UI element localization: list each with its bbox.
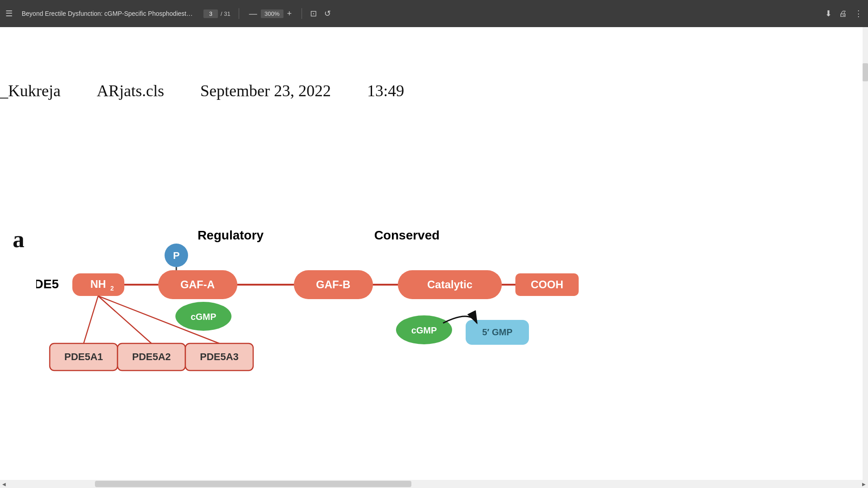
gaf-b-label: GAF-B: [316, 278, 350, 291]
line-to-pde5a2: [98, 296, 151, 343]
cgmp-cat-label: cGMP: [411, 325, 437, 335]
header-time: 13:49: [367, 81, 404, 100]
cgmp-gaf-label: cGMP: [191, 312, 217, 322]
regulatory-label: Regulatory: [198, 228, 264, 242]
divider: [239, 8, 239, 19]
scroll-left-button[interactable]: ◀: [0, 480, 8, 488]
vertical-scrollbar[interactable]: [863, 27, 868, 488]
figure-label: a: [13, 226, 24, 253]
print-icon[interactable]: 🖨: [839, 9, 847, 19]
figure-diagram: Regulatory Conserved P PDE5 NH 2 GAF-A c…: [36, 221, 579, 393]
more-options-icon[interactable]: ⋮: [854, 9, 863, 19]
gaf-a-label: GAF-A: [180, 278, 215, 291]
zoom-controls: — 300% +: [247, 9, 294, 19]
scroll-right-button[interactable]: ▶: [860, 480, 868, 488]
horizontal-scrollbar-thumb[interactable]: [95, 481, 411, 487]
fit-page-icon[interactable]: ⊡: [310, 9, 317, 19]
zoom-in-button[interactable]: +: [285, 9, 294, 19]
toolbar: ☰ Beyond Erectile Dysfunction: cGMP-Spec…: [0, 0, 868, 27]
catalytic-label: Catalytic: [427, 278, 472, 291]
toolbar-icons: ⊡ ↺: [310, 9, 331, 19]
pde5-label: PDE5: [36, 277, 59, 291]
page-total: / 31: [221, 10, 231, 17]
line-to-pde5a1: [84, 296, 98, 343]
pde5a2-label: PDE5A2: [132, 351, 171, 362]
header-kukreja: _Kukreja: [0, 81, 61, 100]
gmp5-label: 5′ GMP: [482, 327, 512, 337]
toolbar-right-icons: ⬇ 🖨 ⋮: [825, 9, 863, 19]
pde5a1-label: PDE5A1: [64, 351, 103, 362]
nh2-label: NH: [90, 278, 106, 290]
nh2-sub: 2: [110, 285, 114, 292]
pdf-content: _Kukreja ARjats.cls September 23, 2022 1…: [0, 27, 868, 488]
divider2: [302, 8, 302, 19]
page-navigation: 3 / 31: [203, 9, 231, 18]
header-arjats: ARjats.cls: [97, 81, 164, 100]
header-date: September 23, 2022: [200, 81, 331, 100]
conserved-label: Conserved: [374, 228, 440, 242]
document-header: _Kukreja ARjats.cls September 23, 2022 1…: [0, 81, 404, 100]
horizontal-scrollbar[interactable]: ◀ ▶: [0, 480, 868, 488]
document-title: Beyond Erectile Dysfunction: cGMP-Specif…: [22, 10, 193, 17]
pde5a3-label: PDE5A3: [200, 351, 239, 362]
cooh-label: COOH: [531, 278, 563, 291]
page-number-input[interactable]: 3: [203, 9, 218, 18]
zoom-out-button[interactable]: —: [247, 9, 259, 19]
rotate-icon[interactable]: ↺: [324, 9, 331, 19]
download-icon[interactable]: ⬇: [825, 9, 832, 19]
scrollbar-thumb[interactable]: [863, 63, 868, 81]
phospho-p-label: P: [173, 250, 180, 261]
menu-icon[interactable]: ☰: [5, 9, 13, 19]
zoom-value: 300%: [261, 9, 283, 18]
